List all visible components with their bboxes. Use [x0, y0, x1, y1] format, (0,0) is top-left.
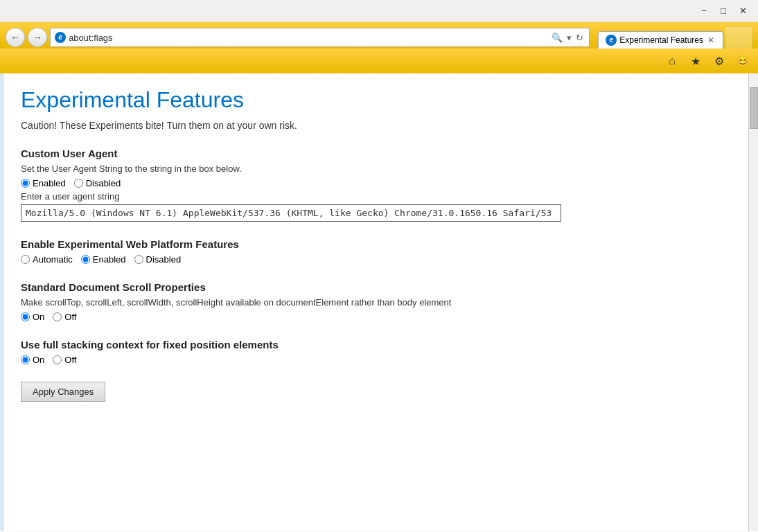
radio-disabled-exp-label[interactable]: Disabled [134, 254, 182, 265]
feature-custom-user-agent: Custom User Agent Set the User Agent Str… [21, 148, 737, 222]
radio-on-scroll-text: On [33, 312, 44, 322]
user-agent-input[interactable] [21, 204, 561, 222]
radio-on-scroll-label[interactable]: On [21, 312, 44, 322]
favorites-button[interactable]: ★ [686, 51, 705, 71]
radio-enabled-exp-label[interactable]: Enabled [81, 254, 126, 265]
feature-desc-custom-user-agent: Set the User Agent String to the string … [21, 163, 737, 174]
radio-on-stacking-label[interactable]: On [21, 355, 44, 365]
home-button[interactable]: ⌂ [662, 51, 682, 71]
user-agent-label: Enter a user agent string [21, 191, 737, 202]
title-bar: − □ ✕ [0, 0, 758, 22]
apply-changes-button[interactable]: Apply Changes [21, 382, 105, 402]
feature-desc-standard-scroll: Make scrollTop, scrollLeft, scrollWidth,… [21, 297, 737, 308]
page-title: Experimental Features [21, 87, 737, 113]
radio-disabled-text: Disabled [86, 178, 121, 188]
address-actions: 🔍 ▾ ↻ [550, 31, 585, 44]
tab-close-button[interactable]: ✕ [706, 35, 716, 45]
radio-disabled-exp-text: Disabled [146, 254, 182, 265]
refresh-button[interactable]: ↻ [574, 31, 585, 44]
feature-title-experimental-web: Enable Experimental Web Platform Feature… [21, 238, 737, 250]
settings-button[interactable]: ⚙ [709, 51, 729, 71]
radio-enabled-label[interactable]: Enabled [21, 178, 66, 188]
maximize-button[interactable]: □ [714, 3, 733, 19]
address-input[interactable] [69, 33, 547, 43]
new-tab-placeholder [725, 26, 752, 48]
radio-off-stacking-text: Off [64, 355, 76, 365]
radio-enabled-exp-text: Enabled [93, 254, 126, 265]
caution-text: Caution! These Experiments bite! Turn th… [21, 120, 737, 131]
radio-automatic-label[interactable]: Automatic [21, 254, 73, 265]
radio-enabled-exp[interactable] [81, 255, 90, 264]
minimize-button[interactable]: − [694, 3, 714, 19]
scrollbar[interactable] [748, 73, 758, 531]
left-accent [0, 73, 4, 531]
toolbar: ⌂ ★ ⚙ 😊 [0, 48, 758, 73]
radio-off-stacking[interactable] [53, 355, 62, 364]
tab-title: Experimental Features [619, 35, 703, 45]
address-bar: e 🔍 ▾ ↻ [50, 28, 590, 47]
radio-automatic[interactable] [21, 255, 30, 264]
tab-experimental-features[interactable]: e Experimental Features ✕ [598, 31, 723, 48]
emoji-button[interactable]: 😊 [733, 51, 752, 71]
feature-stacking-context: Use full stacking context for fixed posi… [21, 339, 737, 365]
radio-on-stacking[interactable] [21, 355, 30, 364]
back-button[interactable]: ← [6, 28, 25, 47]
radio-on-stacking-text: On [33, 355, 44, 365]
radio-disabled[interactable] [74, 179, 83, 188]
radio-disabled-exp[interactable] [134, 255, 143, 264]
close-button[interactable]: ✕ [733, 3, 752, 19]
forward-button[interactable]: → [28, 28, 47, 47]
scrollbar-thumb[interactable] [750, 87, 758, 129]
feature-title-stacking-context: Use full stacking context for fixed posi… [21, 339, 737, 351]
search-dropdown[interactable]: ▾ [565, 31, 573, 44]
browser-chrome: ← → e 🔍 ▾ ↻ e Experimental Features ✕ [0, 22, 758, 48]
radio-group-custom-user-agent: Enabled Disabled [21, 178, 737, 188]
radio-off-stacking-label[interactable]: Off [53, 355, 76, 365]
tab-bar: e Experimental Features ✕ [598, 26, 752, 48]
radio-group-experimental-web: Automatic Enabled Disabled [21, 254, 737, 265]
radio-off-scroll[interactable] [53, 312, 62, 321]
radio-off-scroll-text: Off [64, 312, 76, 322]
feature-title-standard-scroll: Standard Document Scroll Properties [21, 281, 737, 293]
radio-group-stacking-context: On Off [21, 355, 737, 365]
feature-experimental-web: Enable Experimental Web Platform Feature… [21, 238, 737, 265]
tab-icon: e [606, 35, 617, 46]
content-area: Experimental Features Caution! These Exp… [0, 73, 758, 531]
radio-enabled[interactable] [21, 179, 30, 188]
radio-disabled-label[interactable]: Disabled [74, 178, 121, 188]
radio-on-scroll[interactable] [21, 312, 30, 321]
feature-title-custom-user-agent: Custom User Agent [21, 148, 737, 159]
radio-enabled-text: Enabled [33, 178, 66, 188]
feature-standard-scroll: Standard Document Scroll Properties Make… [21, 281, 737, 322]
radio-group-standard-scroll: On Off [21, 312, 737, 322]
radio-automatic-text: Automatic [33, 254, 73, 265]
ie-icon: e [55, 32, 66, 43]
search-button[interactable]: 🔍 [550, 31, 564, 44]
radio-off-scroll-label[interactable]: Off [53, 312, 76, 322]
